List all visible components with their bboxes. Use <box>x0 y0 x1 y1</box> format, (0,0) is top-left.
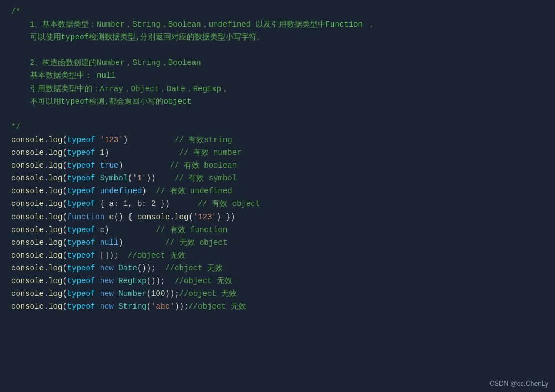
line-comment-6: 不可以用typeof检测,都会返回小写的object <box>11 96 544 108</box>
line-comment-4: 基本数据类型中： null <box>11 69 544 82</box>
line-empty-2 <box>11 108 544 121</box>
line-empty-1 <box>11 44 544 57</box>
code-line-3: console.log(typeof true) // 有效 boolean <box>11 159 544 172</box>
code-line-8: console.log(typeof c) // 有效 function <box>11 224 544 237</box>
code-content: /* 1、基本数据类型：Number，String，Boolean，undefi… <box>0 6 555 313</box>
watermark: CSDN @cc.ChenLy <box>489 380 548 388</box>
code-line-11: console.log(typeof new Date()); //object… <box>11 262 544 275</box>
line-comment-1: 1、基本数据类型：Number，String，Boolean，undefined… <box>11 18 544 31</box>
line-comment-3: 2、构造函数创建的Number，String，Boolean <box>11 57 544 69</box>
line-comment-5: 引用数据类型中的：Array，Object，Date，RegExp， <box>11 83 544 96</box>
line-comment-2: 可以使用typeof检测数据类型,分别返回对应的数据类型小写字符。 <box>11 31 544 44</box>
code-line-9: console.log(typeof null) // 无效 object <box>11 237 544 249</box>
code-line-2: console.log(typeof 1) // 有效 number <box>11 147 544 159</box>
code-line-4: console.log(typeof Symbol('1')) // 有效 sy… <box>11 172 544 185</box>
line-comment-end: */ <box>11 121 544 134</box>
code-line-6: console.log(typeof { a: 1, b: 2 }) // 有效… <box>11 198 544 210</box>
code-editor: /* 1、基本数据类型：Number，String，Boolean，undefi… <box>0 0 555 392</box>
code-line-5: console.log(typeof undefined) // 有效 unde… <box>11 185 544 198</box>
code-line-10: console.log(typeof []); //object 无效 <box>11 249 544 262</box>
code-line-1: console.log(typeof '123') // 有效string <box>11 134 544 147</box>
code-line-14: console.log(typeof new String('abc'));//… <box>11 300 544 313</box>
code-line-12: console.log(typeof new RegExp()); //obje… <box>11 275 544 288</box>
code-line-13: console.log(typeof new Number(100));//ob… <box>11 288 544 300</box>
code-line-7: console.log(function c() { console.log('… <box>11 211 544 224</box>
line-comment-start: /* <box>11 6 544 18</box>
